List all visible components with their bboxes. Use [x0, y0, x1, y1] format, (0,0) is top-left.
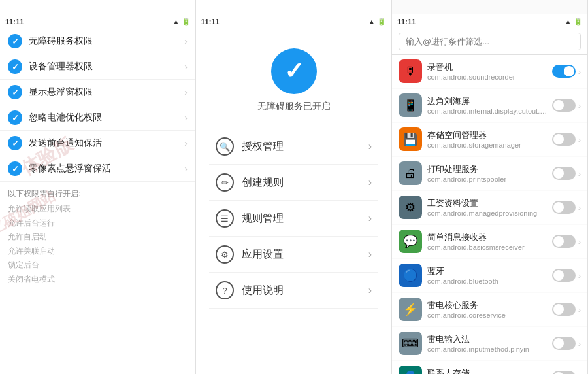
- auto-start-item: 允许关联启动: [8, 245, 188, 259]
- app-toggle[interactable]: [552, 65, 576, 78]
- permission-item[interactable]: 发送前台通知保活 ›: [0, 131, 195, 156]
- menu-item[interactable]: ☰ 规则管理 ›: [209, 201, 378, 237]
- chevron-right-icon: ›: [184, 163, 188, 174]
- app-list-item[interactable]: 🎙 录音机 com.android.soundrecorder ›: [392, 55, 587, 88]
- app-name: 雷电核心服务: [427, 299, 548, 311]
- app-name: 存储空间管理器: [427, 129, 548, 141]
- status-bar-1: 11:11 ▲ 🔋: [0, 14, 196, 29]
- app-toggle[interactable]: [552, 201, 576, 214]
- chevron-right-icon: ›: [578, 169, 581, 178]
- check-icon: [8, 34, 22, 48]
- toggle-off[interactable]: [552, 99, 576, 112]
- app-icon: 🔵: [399, 264, 422, 287]
- app-pkg: com.android.internal.display.cutout.emul…: [427, 107, 548, 115]
- toggle-off[interactable]: [552, 371, 576, 374]
- app-toggle[interactable]: [552, 133, 576, 146]
- app-list-item[interactable]: 💾 存储空间管理器 com.android.storagemanager ›: [392, 123, 587, 156]
- status-icons-3: ▲ 🔋: [564, 18, 583, 26]
- app-pkg: com.android.storagemanager: [427, 141, 548, 149]
- app-info: 简单消息接收器 com.android.basicsmsreceiver: [427, 231, 548, 251]
- permission-item[interactable]: 无障碍服务权限 ›: [0, 29, 195, 54]
- permission-item[interactable]: 设备管理器权限 ›: [0, 54, 195, 80]
- app-info: 工资资料设置 com.android.managedprovisioning: [427, 197, 548, 217]
- menu-item[interactable]: ? 使用说明 ›: [209, 273, 378, 309]
- chevron-right-icon: ›: [368, 284, 372, 296]
- app-name: 简单消息接收器: [427, 231, 548, 243]
- toggle-on[interactable]: [552, 65, 576, 78]
- permission-item[interactable]: 显示悬浮窗权限 ›: [0, 80, 195, 105]
- menu-item[interactable]: 🔍 授权管理 ›: [209, 129, 378, 165]
- time-1: 11:11: [5, 18, 24, 26]
- status-bar-2: 11:11 ▲ 🔋: [196, 14, 392, 29]
- app-name: 雷电输入法: [427, 333, 548, 345]
- app-list-item[interactable]: 👤 联系人存储 com.android.providers.contacts ›: [392, 361, 587, 374]
- app-pkg: com.android.inputmethod.pinyin: [427, 345, 548, 353]
- app-icon: ⚡: [399, 298, 422, 321]
- auto-start-item: 允许读取应用列表: [8, 202, 188, 216]
- menu-item[interactable]: ✏ 创建规则 ›: [209, 165, 378, 201]
- auto-start-item: 允许自启动: [8, 230, 188, 245]
- app-info: 雷电核心服务 com.android.coreservice: [427, 299, 548, 319]
- toggle-off[interactable]: [552, 269, 576, 282]
- menu-icon: 🔍: [216, 137, 234, 156]
- permission-label: 零像素点悬浮窗保活: [29, 163, 184, 175]
- app-name: 录音机: [427, 61, 548, 73]
- app-icon: 👤: [399, 366, 422, 374]
- menu-label: 应用设置: [242, 248, 368, 262]
- app-toggle[interactable]: [552, 303, 576, 316]
- toggle-off[interactable]: [552, 235, 576, 248]
- chevron-right-icon: ›: [578, 271, 581, 280]
- app-toggle[interactable]: [552, 337, 576, 350]
- app-pkg: com.android.managedprovisioning: [427, 209, 548, 217]
- chevron-right-icon: ›: [184, 112, 188, 123]
- auto-start-item: 允许后台运行: [8, 216, 188, 231]
- app-name: 蓝牙: [427, 265, 548, 277]
- app-toggle[interactable]: [552, 371, 576, 374]
- status-bar-3: 11:11 ▲ 🔋: [392, 14, 588, 29]
- menu-icon: ☰: [216, 209, 234, 228]
- search-bar[interactable]: [392, 29, 587, 55]
- permission-item[interactable]: 零像素点悬浮窗保活 ›: [0, 156, 195, 182]
- app-list-item[interactable]: ⚙ 工资资料设置 com.android.managedprovisioning…: [392, 191, 587, 224]
- logo-circle: [271, 48, 317, 94]
- chevron-right-icon: ›: [184, 138, 188, 148]
- app-list-item[interactable]: ⚡ 雷电核心服务 com.android.coreservice ›: [392, 293, 587, 326]
- chevron-right-icon: ›: [368, 212, 372, 224]
- status-icons-2: ▲ 🔋: [368, 18, 387, 26]
- app-toggle[interactable]: [552, 167, 576, 180]
- menu-item[interactable]: ⚙ 应用设置 ›: [209, 237, 378, 273]
- menu-label: 授权管理: [242, 140, 368, 154]
- chevron-right-icon: ›: [578, 101, 581, 110]
- app-toggle[interactable]: [552, 235, 576, 248]
- chevron-right-icon: ›: [578, 203, 581, 212]
- app-toggle[interactable]: [552, 269, 576, 282]
- permission-item[interactable]: 忽略电池优化权限 ›: [0, 105, 195, 131]
- app-list-item[interactable]: 🖨 打印处理服务 com.android.printspooler ›: [392, 157, 587, 190]
- app-list-item[interactable]: ⌨ 雷电输入法 com.android.inputmethod.pinyin ›: [392, 327, 587, 360]
- auto-start-items: 允许读取应用列表允许后台运行允许自启动允许关联启动锁定后台关闭省电模式: [8, 202, 188, 287]
- app-info: 录音机 com.android.soundrecorder: [427, 61, 548, 81]
- chevron-right-icon: ›: [578, 67, 581, 76]
- check-icon: [8, 85, 22, 99]
- toggle-off[interactable]: [552, 133, 576, 146]
- logo-area: 无障碍服务已开启: [257, 29, 331, 129]
- app-icon: 🎙: [399, 60, 422, 83]
- app-pkg: com.android.printspooler: [427, 175, 548, 183]
- panel-applist: 11:11 ▲ 🔋 🎙 录音机 com.android.soundrecorde…: [392, 0, 588, 374]
- app-toggle[interactable]: [552, 99, 576, 112]
- toggle-off[interactable]: [552, 167, 576, 180]
- check-icon: [8, 136, 22, 150]
- app-list-item[interactable]: 💬 简单消息接收器 com.android.basicsmsreceiver ›: [392, 225, 587, 258]
- menu-icon: ⚙: [216, 245, 234, 264]
- check-icon: [8, 110, 22, 125]
- search-input[interactable]: [399, 33, 581, 50]
- toggle-off[interactable]: [552, 303, 576, 316]
- toggle-off[interactable]: [552, 337, 576, 350]
- app-icon: ⚙: [399, 196, 422, 219]
- app-icon: 💾: [399, 128, 422, 151]
- toggle-off[interactable]: [552, 201, 576, 214]
- time-3: 11:11: [397, 18, 416, 26]
- app-list-item[interactable]: 📱 边角刘海屏 com.android.internal.display.cut…: [392, 89, 587, 122]
- app-list-item[interactable]: 🔵 蓝牙 com.android.bluetooth ›: [392, 259, 587, 292]
- chevron-right-icon: ›: [368, 177, 372, 188]
